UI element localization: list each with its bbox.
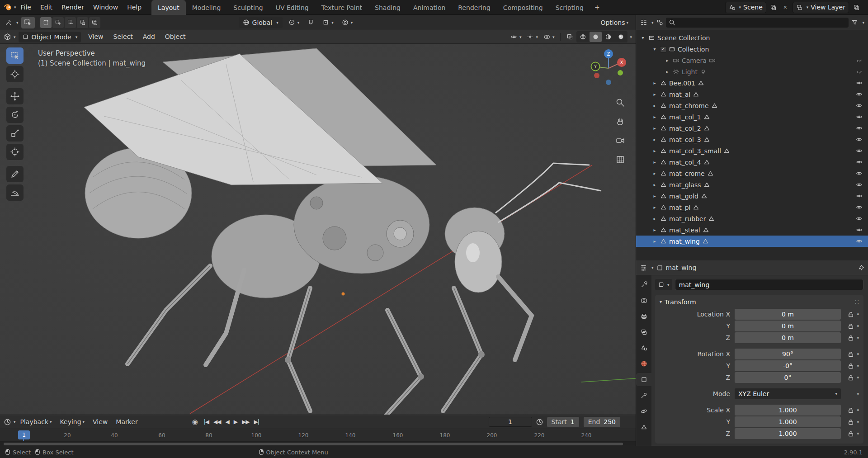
scale-x-field[interactable]: 1.000 (735, 405, 841, 416)
outliner-row-mesh[interactable]: ▸Bee.001 (636, 77, 868, 89)
select-mode-extend[interactable] (52, 17, 64, 28)
tool-cursor[interactable] (6, 66, 24, 82)
tab-sculpting[interactable]: Sculpting (227, 0, 269, 15)
jump-to-start-button[interactable]: |◀ (204, 419, 209, 425)
lock-icon[interactable] (848, 323, 854, 329)
scale-z-field[interactable]: 1.000 (735, 428, 841, 439)
outliner-row-light[interactable]: ▸ Light (636, 66, 868, 77)
animate-dot-icon[interactable]: • (856, 362, 860, 369)
outliner-row-camera[interactable]: ▸ Camera (636, 55, 868, 66)
rotation-z-field[interactable]: 0° (735, 372, 841, 383)
editor-3d-viewport-icon[interactable] (4, 33, 11, 41)
menu-marker[interactable]: Marker (112, 418, 141, 425)
tab-layout[interactable]: Layout (151, 0, 186, 15)
search-input[interactable] (678, 19, 846, 26)
disclosure-icon[interactable]: ▸ (651, 182, 658, 187)
tab-object-data[interactable] (636, 420, 651, 434)
blender-logo-icon[interactable] (4, 3, 13, 12)
eye-icon[interactable] (856, 113, 863, 120)
pin-icon[interactable] (858, 264, 864, 271)
pivot-point-dropdown[interactable]: ▾ (286, 17, 302, 28)
menu-render[interactable]: Render (57, 0, 89, 15)
animate-dot-icon[interactable]: • (856, 418, 860, 425)
chevron-down-icon[interactable]: ▾ (630, 35, 632, 39)
eye-icon[interactable] (856, 80, 863, 86)
tab-shading[interactable]: Shading (368, 0, 407, 15)
mode-dropdown[interactable]: Object Mode ▾ (19, 32, 81, 42)
eye-icon[interactable] (856, 238, 863, 245)
disclosure-icon[interactable]: ▾ (640, 35, 646, 40)
menu-tl-view[interactable]: View (89, 418, 111, 425)
tab-animation[interactable]: Animation (407, 0, 452, 15)
disclosure-icon[interactable]: ▸ (651, 160, 658, 165)
disclosure-icon[interactable]: ▸ (651, 227, 658, 232)
lock-icon[interactable] (848, 312, 854, 317)
eye-icon[interactable] (856, 102, 863, 109)
eye-icon[interactable] (856, 193, 863, 199)
eye-icon[interactable] (856, 125, 863, 132)
tab-render[interactable] (636, 294, 651, 307)
xray-toggle[interactable] (564, 31, 576, 43)
lock-icon[interactable] (848, 407, 854, 413)
eye-icon[interactable] (856, 181, 863, 188)
properties-editor-icon[interactable] (640, 264, 647, 272)
disclosure-icon[interactable]: ▾ (651, 47, 658, 52)
select-mode-subtract[interactable] (65, 17, 76, 28)
disclosure-icon[interactable]: ▸ (651, 137, 658, 142)
lock-icon[interactable] (848, 431, 854, 437)
animate-dot-icon[interactable]: • (856, 311, 860, 318)
eye-icon[interactable] (856, 136, 863, 143)
eye-icon[interactable] (856, 147, 863, 154)
filter-funnel-icon[interactable] (851, 19, 858, 26)
scene-selector[interactable]: ▾ Scene (725, 2, 766, 13)
transform-panel-header[interactable]: ▾ Transform ∷ (658, 296, 861, 308)
prev-keyframe-button[interactable]: ◀◀ (213, 419, 221, 425)
outliner-row-mesh[interactable]: ▸mat_steal (636, 224, 868, 236)
outliner-row-mesh[interactable]: ▸mat_col_1 (636, 111, 868, 123)
rotation-y-field[interactable]: -0° (735, 360, 841, 371)
disclosure-icon[interactable]: ▸ (651, 103, 658, 108)
menu-add[interactable]: Add (138, 29, 160, 44)
outliner-editor-icon[interactable] (640, 19, 647, 26)
timeline-scrollbar-track[interactable] (0, 442, 636, 446)
timeline-scrollbar[interactable] (4, 443, 623, 445)
lock-icon[interactable] (848, 419, 854, 425)
animate-dot-icon[interactable]: • (856, 430, 860, 437)
select-mode-invert[interactable] (77, 17, 88, 28)
disclosure-icon[interactable]: ▸ (651, 92, 658, 97)
menu-view[interactable]: View (84, 29, 108, 44)
location-z-field[interactable]: 0 m (735, 332, 841, 343)
tool-scale[interactable] (6, 125, 24, 142)
eye-icon[interactable] (856, 204, 863, 211)
timeline-ruler[interactable]: 20 40 60 80 100 120 140 160 180 200 220 … (0, 429, 636, 442)
outliner-row-mesh-active[interactable]: ▸mat_wing (636, 236, 868, 247)
shading-wireframe[interactable] (577, 32, 589, 42)
overlays-dropdown[interactable]: ▾ (541, 31, 557, 43)
disclosure-icon[interactable]: ▸ (651, 171, 658, 176)
playhead[interactable]: 1 (18, 430, 30, 439)
clock-editor-icon[interactable] (4, 418, 11, 426)
new-view-layer-button[interactable] (852, 2, 861, 13)
tool-select-box[interactable] (6, 47, 24, 64)
disclosure-icon[interactable]: ▸ (651, 194, 658, 198)
shading-solid[interactable] (590, 32, 602, 42)
tab-scene[interactable] (636, 341, 651, 354)
eye-icon[interactable] (856, 91, 863, 98)
select-mode-intersect[interactable] (89, 17, 100, 28)
tab-scripting[interactable]: Scripting (549, 0, 590, 15)
tab-texture-paint[interactable]: Texture Paint (315, 0, 368, 15)
outliner-row-mesh[interactable]: ▸mat_chrome (636, 100, 868, 111)
current-frame-field[interactable]: 1 (489, 417, 532, 427)
outliner-row-mesh[interactable]: ▸mat_col_3_small (636, 145, 868, 156)
menu-edit[interactable]: Edit (36, 0, 57, 15)
panel-drag-icon[interactable]: ∷ (855, 298, 859, 306)
object-visibility-dropdown[interactable]: ▾ (508, 31, 524, 43)
lock-icon[interactable] (848, 363, 854, 369)
outliner-row-mesh[interactable]: ▸mat_crome (636, 168, 868, 179)
outliner-row-mesh[interactable]: ▸mat_pl (636, 202, 868, 213)
tab-view-layer[interactable] (636, 326, 651, 339)
outliner-row-mesh[interactable]: ▸mat_glass (636, 179, 868, 190)
object-name-field[interactable]: mat_wing (675, 279, 863, 290)
frame-start-field[interactable]: Start 1 (547, 417, 579, 427)
shading-material[interactable] (602, 32, 614, 42)
